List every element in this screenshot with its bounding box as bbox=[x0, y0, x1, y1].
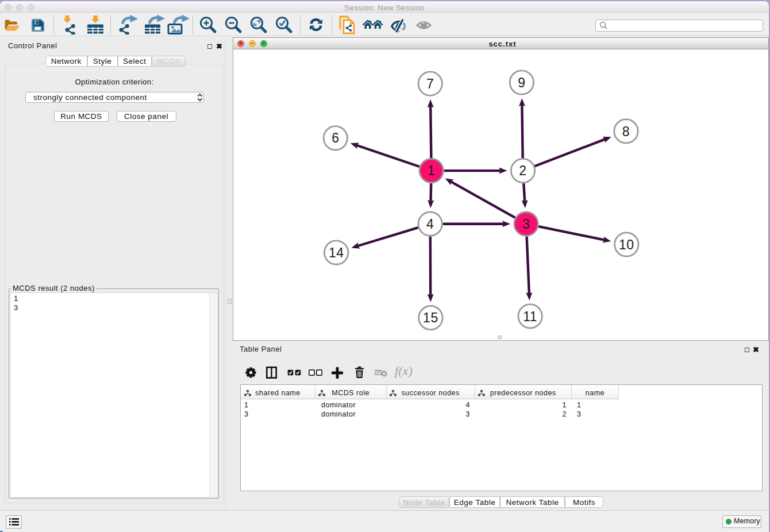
svg-text:3: 3 bbox=[522, 217, 530, 232]
svg-text:9: 9 bbox=[518, 75, 525, 90]
svg-text:1: 1 bbox=[428, 163, 435, 178]
svg-text:7: 7 bbox=[426, 76, 434, 91]
svg-text:11: 11 bbox=[523, 309, 537, 324]
svg-text:14: 14 bbox=[329, 245, 344, 260]
svg-text:8: 8 bbox=[622, 124, 630, 139]
svg-text:10: 10 bbox=[619, 237, 634, 252]
svg-text:6: 6 bbox=[332, 130, 339, 145]
svg-text:15: 15 bbox=[423, 310, 438, 325]
svg-text:4: 4 bbox=[426, 217, 434, 232]
svg-text:2: 2 bbox=[519, 163, 526, 178]
